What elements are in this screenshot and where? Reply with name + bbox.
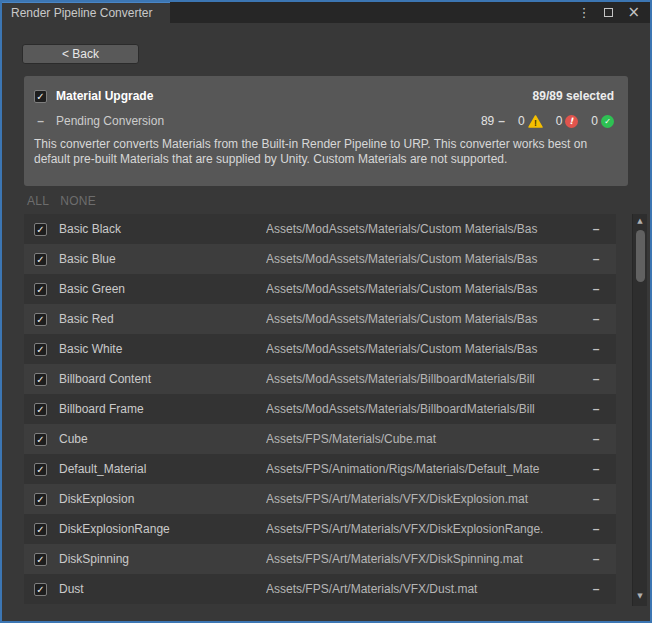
scrollbar-thumb[interactable] bbox=[636, 230, 645, 282]
list-item[interactable]: ✓ Basic Green Assets/ModAssets/Materials… bbox=[24, 274, 616, 304]
item-path: Assets/FPS/Materials/Cube.mat bbox=[266, 432, 576, 446]
titlebar: Render Pipeline Converter ⋮ × bbox=[2, 2, 650, 23]
item-status-dash-icon: – bbox=[576, 282, 616, 296]
converter-description: This converter converts Materials from t… bbox=[34, 137, 616, 167]
menu-kebab-icon[interactable]: ⋮ bbox=[577, 6, 590, 19]
item-name: DiskExplosionRange bbox=[59, 522, 266, 536]
item-checkbox[interactable]: ✓ bbox=[34, 493, 47, 506]
item-status-dash-icon: – bbox=[576, 492, 616, 506]
item-path: Assets/FPS/Art/Materials/VFX/DiskExplosi… bbox=[266, 522, 576, 536]
item-name: Basic Red bbox=[59, 312, 266, 326]
item-checkbox[interactable]: ✓ bbox=[34, 433, 47, 446]
item-status-dash-icon: – bbox=[576, 462, 616, 476]
item-path: Assets/FPS/Art/Materials/VFX/Dust.mat bbox=[266, 582, 576, 596]
item-path: Assets/ModAssets/Materials/Custom Materi… bbox=[266, 342, 576, 356]
selection-controls: ALL NONE bbox=[27, 194, 650, 208]
item-path: Assets/FPS/Animation/Rigs/Materials/Defa… bbox=[266, 462, 576, 476]
item-status-dash-icon: – bbox=[576, 432, 616, 446]
error-count: 0 bbox=[556, 114, 563, 128]
converter-header-row: ✓ Material Upgrade 89/89 selected bbox=[34, 89, 614, 103]
scrollbar[interactable]: ▲ ▼ bbox=[632, 214, 647, 606]
error-circle-icon: ! bbox=[565, 115, 578, 128]
item-path: Assets/FPS/Art/Materials/VFX/DiskSpinnin… bbox=[266, 552, 576, 566]
converter-panel: ✓ Material Upgrade 89/89 selected – Pend… bbox=[24, 76, 628, 186]
pending-label: Pending Conversion bbox=[56, 114, 164, 128]
item-status-dash-icon: – bbox=[576, 552, 616, 566]
item-name: Basic White bbox=[59, 342, 266, 356]
item-status-dash-icon: – bbox=[576, 342, 616, 356]
item-path: Assets/ModAssets/Materials/BillboardMate… bbox=[266, 402, 576, 416]
list-item[interactable]: ✓ Default_Material Assets/FPS/Animation/… bbox=[24, 454, 616, 484]
item-status-dash-icon: – bbox=[576, 222, 616, 236]
window-tab[interactable]: Render Pipeline Converter bbox=[2, 2, 170, 23]
list-item[interactable]: ✓ Basic White Assets/ModAssets/Materials… bbox=[24, 334, 616, 364]
item-checkbox[interactable]: ✓ bbox=[34, 313, 47, 326]
item-name: Dust bbox=[59, 582, 266, 596]
list-item[interactable]: ✓ DiskExplosionRange Assets/FPS/Art/Mate… bbox=[24, 514, 616, 544]
item-name: DiskExplosion bbox=[59, 492, 266, 506]
item-name: Default_Material bbox=[59, 462, 266, 476]
item-name: Basic Blue bbox=[59, 252, 266, 266]
pending-dash-icon: – bbox=[498, 114, 505, 128]
item-path: Assets/FPS/Art/Materials/VFX/DiskExplosi… bbox=[266, 492, 576, 506]
success-circle-icon: ✓ bbox=[601, 115, 614, 128]
scroll-up-icon[interactable]: ▲ bbox=[633, 217, 647, 225]
item-name: Basic Black bbox=[59, 222, 266, 236]
list-item[interactable]: ✓ Billboard Content Assets/ModAssets/Mat… bbox=[24, 364, 616, 394]
select-all-button[interactable]: ALL bbox=[27, 194, 49, 208]
list-item[interactable]: ✓ DiskExplosion Assets/FPS/Art/Materials… bbox=[24, 484, 616, 514]
item-checkbox[interactable]: ✓ bbox=[34, 583, 47, 596]
item-status-dash-icon: – bbox=[576, 312, 616, 326]
item-checkbox[interactable]: ✓ bbox=[34, 283, 47, 296]
scroll-down-icon[interactable]: ▼ bbox=[633, 592, 647, 600]
list-item[interactable]: ✓ DiskSpinning Assets/FPS/Art/Materials/… bbox=[24, 544, 616, 574]
back-button[interactable]: < Back bbox=[22, 44, 139, 64]
warning-count: 0 bbox=[518, 114, 525, 128]
list-item[interactable]: ✓ Basic Blue Assets/ModAssets/Materials/… bbox=[24, 244, 616, 274]
list-item[interactable]: ✓ Basic Red Assets/ModAssets/Materials/C… bbox=[24, 304, 616, 334]
converter-name: Material Upgrade bbox=[56, 89, 153, 103]
item-name: Basic Green bbox=[59, 282, 266, 296]
list-item[interactable]: ✓ Cube Assets/FPS/Materials/Cube.mat – bbox=[24, 424, 616, 454]
converter-checkbox[interactable]: ✓ bbox=[34, 90, 47, 103]
warning-triangle-icon: ! bbox=[528, 115, 543, 128]
item-name: DiskSpinning bbox=[59, 552, 266, 566]
item-status-dash-icon: – bbox=[576, 402, 616, 416]
pending-count: 89 bbox=[481, 114, 494, 128]
item-name: Billboard Frame bbox=[59, 402, 266, 416]
close-icon[interactable]: × bbox=[627, 5, 640, 20]
item-checkbox[interactable]: ✓ bbox=[34, 403, 47, 416]
item-checkbox[interactable]: ✓ bbox=[34, 223, 47, 236]
item-status-dash-icon: – bbox=[576, 582, 616, 596]
render-pipeline-converter-window: Render Pipeline Converter ⋮ × < Back ✓ M… bbox=[0, 0, 652, 623]
success-group: 0 ✓ bbox=[591, 114, 614, 128]
item-name: Billboard Content bbox=[59, 372, 266, 386]
titlebar-icons: ⋮ × bbox=[577, 2, 650, 23]
item-status-dash-icon: – bbox=[576, 372, 616, 386]
item-path: Assets/ModAssets/Materials/BillboardMate… bbox=[266, 372, 576, 386]
item-checkbox[interactable]: ✓ bbox=[34, 253, 47, 266]
item-path: Assets/ModAssets/Materials/Custom Materi… bbox=[266, 222, 576, 236]
item-path: Assets/ModAssets/Materials/Custom Materi… bbox=[266, 312, 576, 326]
item-checkbox[interactable]: ✓ bbox=[34, 373, 47, 386]
error-group: 0 ! bbox=[556, 114, 579, 128]
item-checkbox[interactable]: ✓ bbox=[34, 553, 47, 566]
pending-row: – Pending Conversion 89 – 0 ! 0 ! 0 bbox=[34, 114, 614, 128]
item-path: Assets/ModAssets/Materials/Custom Materi… bbox=[266, 282, 576, 296]
item-checkbox[interactable]: ✓ bbox=[34, 523, 47, 536]
list-item[interactable]: ✓ Basic Black Assets/ModAssets/Materials… bbox=[24, 214, 616, 244]
status-counts: 89 – 0 ! 0 ! 0 ✓ bbox=[481, 114, 614, 128]
item-checkbox[interactable]: ✓ bbox=[34, 343, 47, 356]
materials-list-wrap: ✓ Basic Black Assets/ModAssets/Materials… bbox=[2, 214, 650, 606]
success-count: 0 bbox=[591, 114, 598, 128]
item-checkbox[interactable]: ✓ bbox=[34, 463, 47, 476]
list-item[interactable]: ✓ Billboard Frame Assets/ModAssets/Mater… bbox=[24, 394, 616, 424]
maximize-icon[interactable] bbox=[604, 8, 613, 17]
window-title: Render Pipeline Converter bbox=[11, 6, 152, 20]
item-status-dash-icon: – bbox=[576, 522, 616, 536]
select-none-button[interactable]: NONE bbox=[60, 194, 96, 208]
pending-foldout-dash-icon[interactable]: – bbox=[34, 114, 47, 128]
item-path: Assets/ModAssets/Materials/Custom Materi… bbox=[266, 252, 576, 266]
list-item[interactable]: ✓ Dust Assets/FPS/Art/Materials/VFX/Dust… bbox=[24, 574, 616, 604]
svg-text:!: ! bbox=[534, 117, 537, 127]
